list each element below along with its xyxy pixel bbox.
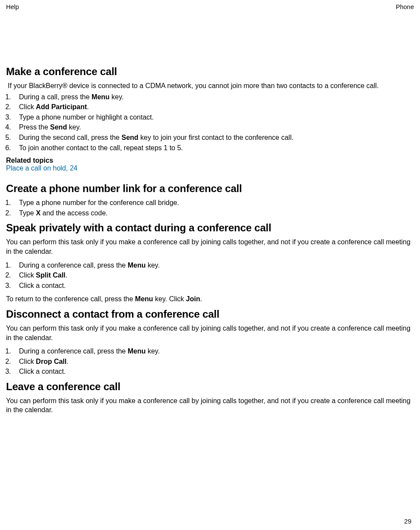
step-bold: Send <box>121 134 138 141</box>
list-item: Click a contact. <box>13 281 414 290</box>
step-bold: Menu <box>92 93 110 101</box>
list-item: Click Add Participant. <box>13 102 414 112</box>
section-heading: Speak privately with a contact during a … <box>6 222 414 234</box>
step-text: key. <box>145 347 160 355</box>
step-text: Press the <box>19 123 50 131</box>
outro-text: key. Click <box>153 295 186 303</box>
section-intro: You can perform this task only if you ma… <box>6 396 414 415</box>
step-text: During a call, press the <box>19 93 92 101</box>
section-heading: Disconnect a contact from a conference c… <box>6 308 414 320</box>
document-page: Help Phone Make a conference call If you… <box>0 0 420 530</box>
ordered-steps: Type a phone number for the conference c… <box>6 198 414 218</box>
list-item: During the second call, press the Send k… <box>13 133 414 142</box>
ordered-steps: During a conference call, press the Menu… <box>6 261 414 290</box>
list-item: To join another contact to the call, rep… <box>13 143 414 153</box>
header-left: Help <box>6 3 19 10</box>
section-intro: If your BlackBerry® device is connected … <box>8 81 414 91</box>
outro-text: . <box>200 295 202 303</box>
step-bold: Add Participant <box>36 103 87 110</box>
page-number: 29 <box>404 517 411 525</box>
related-topic-link[interactable]: Place a call on hold, 24 <box>6 164 414 172</box>
ordered-steps: During a conference call, press the Menu… <box>6 347 414 376</box>
step-text: key to join your first contact to the co… <box>139 134 294 141</box>
step-text: . <box>66 271 67 279</box>
outro-bold: Join <box>186 295 200 303</box>
related-topics-heading: Related topics <box>6 157 414 164</box>
step-bold: X <box>36 209 41 217</box>
step-text: Click <box>19 103 36 110</box>
list-item: Click Split Call. <box>13 271 414 280</box>
step-text: During a conference call, press the <box>19 262 128 269</box>
step-text: key. <box>67 123 81 131</box>
step-text: . <box>66 358 68 365</box>
ordered-steps: During a call, press the Menu key. Click… <box>6 92 414 153</box>
step-text: key. <box>145 262 160 269</box>
list-item: During a conference call, press the Menu… <box>13 261 414 270</box>
step-text: and the access code. <box>41 209 108 217</box>
step-text: key. <box>110 93 124 101</box>
step-bold: Send <box>50 123 67 131</box>
step-text: Click <box>19 271 36 279</box>
step-text: . <box>87 103 88 110</box>
step-bold: Menu <box>128 262 146 269</box>
list-item: Click a contact. <box>13 367 414 376</box>
list-item: During a conference call, press the Menu… <box>13 347 414 356</box>
step-bold: Drop Call <box>36 358 66 365</box>
list-item: During a call, press the Menu key. <box>13 92 414 102</box>
list-item: Press the Send key. <box>13 123 414 132</box>
list-item: Click Drop Call. <box>13 357 414 366</box>
section-heading: Create a phone number link for a confere… <box>6 183 414 195</box>
outro-bold: Menu <box>135 295 153 303</box>
section-heading: Make a conference call <box>6 66 414 78</box>
step-text: During a conference call, press the <box>19 347 128 355</box>
step-text: During the second call, press the <box>19 134 121 141</box>
step-bold: Split Call <box>36 271 65 279</box>
list-item: Type a phone number for the conference c… <box>13 198 414 208</box>
list-item: Type a phone number or highlight a conta… <box>13 113 414 122</box>
section-outro: To return to the conference call, press … <box>6 294 414 304</box>
step-bold: Menu <box>128 347 146 355</box>
page-header: Help Phone <box>6 3 414 10</box>
list-item: Type X and the access code. <box>13 208 414 218</box>
section-intro: You can perform this task only if you ma… <box>6 324 414 342</box>
header-right: Phone <box>396 3 414 10</box>
section-intro: You can perform this task only if you ma… <box>6 237 414 256</box>
step-text: Type <box>19 209 36 217</box>
outro-text: To return to the conference call, press … <box>6 295 135 303</box>
step-text: Click <box>19 358 36 365</box>
section-heading: Leave a conference call <box>6 381 414 393</box>
